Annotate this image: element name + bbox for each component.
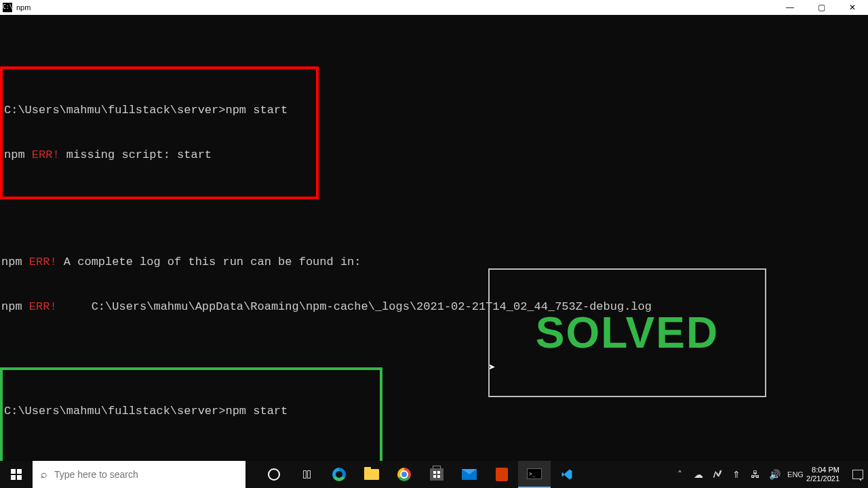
task-view-icon [303, 470, 311, 479]
solved-callout-box: SOLVED [488, 268, 766, 397]
windows-logo-icon [11, 469, 22, 480]
terminal-line: npm ERR! missing script: start [3, 148, 316, 163]
npm-label: npm [1, 300, 29, 313]
command-text: npm start [225, 104, 288, 117]
cortana-icon [268, 468, 280, 481]
error-highlight-box: C:\Users\mahmu\fullstack\server>npm star… [0, 66, 319, 199]
taskbar-app-cmd[interactable]: >_ [518, 461, 551, 488]
err-label: ERR! [29, 256, 57, 268]
taskbar-app-mail[interactable] [453, 461, 486, 488]
office-icon [496, 468, 508, 481]
npm-label: npm [1, 256, 29, 268]
windows-logo-icon [433, 471, 440, 478]
terminal-line: npm ERR! A complete log of this run can … [0, 255, 868, 270]
err-label: ERR! [32, 148, 60, 161]
tray-network-icon[interactable]: 🖧 [749, 469, 762, 480]
cmd-app-icon: C:\ [3, 3, 12, 12]
tray-language[interactable]: ENG [787, 470, 800, 479]
tray-onedrive-icon[interactable]: ☁ [692, 469, 705, 480]
search-input[interactable] [54, 469, 237, 480]
notification-icon [852, 470, 863, 479]
err-label: ERR! [29, 300, 57, 313]
window-title: npm [16, 3, 31, 12]
solved-label: SOLVED [536, 325, 719, 340]
terminal-line: C:\Users\mahmu\fullstack\server>npm star… [3, 404, 380, 419]
clock-date: 2/21/2021 [806, 474, 840, 483]
tray-update-icon[interactable]: ⇑ [730, 469, 743, 480]
log-message: A complete log of this run can be found … [57, 256, 361, 268]
maximize-button[interactable]: ▢ [806, 0, 837, 15]
taskbar-center: >_ [245, 461, 669, 488]
vscode-icon [561, 468, 573, 481]
tray-chevron-up-icon[interactable]: ˄ [673, 469, 686, 480]
prompt-path: C:\Users\mahmu\fullstack\server> [4, 104, 225, 117]
taskbar-app-vscode[interactable] [551, 461, 583, 488]
terminal-line: C:\Users\mahmu\fullstack\server>npm star… [3, 103, 316, 118]
close-button[interactable]: ✕ [837, 0, 868, 15]
npm-label: npm [4, 148, 32, 161]
start-button[interactable] [0, 461, 33, 488]
taskbar-app-store[interactable] [420, 461, 453, 488]
store-icon [430, 468, 443, 481]
cortana-button[interactable] [258, 461, 290, 488]
taskbar: ⌕ >_ [0, 461, 868, 488]
taskbar-app-explorer[interactable] [355, 461, 388, 488]
search-icon: ⌕ [41, 468, 47, 481]
taskbar-clock[interactable]: 8:04 PM 2/21/2021 [806, 466, 842, 483]
folder-icon [364, 469, 379, 480]
taskbar-app-office[interactable] [486, 461, 518, 488]
cmd-icon: >_ [527, 468, 542, 479]
taskbar-app-chrome[interactable] [388, 461, 420, 488]
action-center-button[interactable] [852, 461, 864, 488]
window-titlebar: C:\ npm — ▢ ✕ [0, 0, 868, 15]
task-view-button[interactable] [290, 461, 323, 488]
taskbar-app-edge[interactable] [323, 461, 355, 488]
tray-power-icon[interactable]: 🗲 [711, 469, 724, 480]
minimize-button[interactable]: — [774, 0, 806, 15]
edge-icon [332, 468, 346, 481]
window-controls: — ▢ ✕ [774, 0, 868, 15]
titlebar-left: C:\ npm [0, 3, 31, 12]
error-message: missing script: start [60, 148, 212, 161]
terminal-body[interactable]: C:\Users\mahmu\fullstack\server>npm star… [0, 15, 868, 461]
mail-icon [462, 469, 477, 480]
clock-time: 8:04 PM [806, 466, 840, 474]
tray-volume-icon[interactable]: 🔊 [768, 469, 781, 480]
taskbar-search[interactable]: ⌕ [33, 461, 245, 488]
chrome-icon [397, 468, 411, 481]
system-tray: ˄ ☁ 🗲 ⇑ 🖧 🔊 ENG 8:04 PM 2/21/2021 [669, 461, 868, 488]
